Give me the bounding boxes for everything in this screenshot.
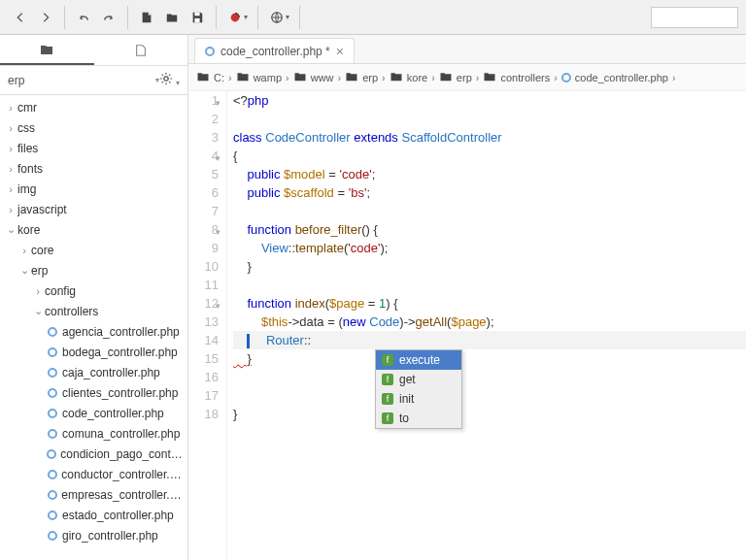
code-line[interactable]	[233, 368, 746, 386]
file-item[interactable]: agencia_controller.php	[0, 321, 187, 342]
project-selector[interactable]: erp ▾	[8, 74, 159, 87]
code-content[interactable]: <?phpclass CodeController extends Scaffo…	[227, 91, 746, 560]
code-line[interactable]: function index($page = 1) {	[233, 294, 746, 313]
autocomplete-item[interactable]: fto	[376, 409, 461, 428]
code-line[interactable]: {	[233, 147, 746, 165]
line-number: 11	[188, 276, 219, 294]
chevron-right-icon: ›	[286, 72, 289, 83]
file-item[interactable]: empresas_controller.php	[0, 484, 187, 505]
sidebar-tab-files[interactable]	[0, 35, 94, 65]
file-item[interactable]: giro_controller.php	[0, 525, 187, 545]
gear-icon[interactable]: ▾	[159, 72, 180, 88]
open-button[interactable]	[159, 5, 185, 30]
redo-button[interactable]	[96, 5, 121, 30]
file-label: conductor_controller.php	[61, 468, 184, 481]
breadcrumb-segment[interactable]: wamp	[236, 71, 282, 83]
folder-files[interactable]: ›files	[0, 138, 187, 158]
code-area[interactable]: 1▾234▾5678▾9101112▾131415161718 <?phpcla…	[188, 91, 746, 560]
breadcrumb-segment[interactable]: kore	[390, 71, 427, 83]
php-icon	[45, 531, 60, 541]
code-line[interactable]: function before_filter() {	[233, 220, 746, 239]
folder-label: files	[17, 142, 38, 155]
file-label: condicion_pago_controll…	[60, 447, 184, 461]
folder-css[interactable]: ›css	[0, 117, 187, 138]
breadcrumb-segment[interactable]: controllers	[483, 71, 550, 83]
folder-label: kore	[17, 223, 40, 237]
breadcrumb-segment[interactable]: erp	[439, 71, 472, 83]
folder-erp[interactable]: ⌄erp	[0, 260, 187, 280]
file-item[interactable]: estado_controller.php	[0, 505, 187, 525]
code-line[interactable]: }	[233, 257, 746, 276]
code-line[interactable]: public $scaffold = 'bs';	[233, 183, 746, 202]
folder-javascript[interactable]: ›javascript	[0, 199, 187, 219]
forward-button[interactable]	[33, 5, 58, 30]
file-item[interactable]: caja_controller.php	[0, 362, 187, 382]
chevron-right-icon: ›	[228, 72, 232, 83]
breadcrumb-segment[interactable]: code_controller.php	[561, 72, 668, 83]
file-item[interactable]: clientes_controller.php	[0, 382, 187, 403]
folder-label: img	[17, 182, 36, 196]
breadcrumb-segment[interactable]: C:	[196, 71, 224, 83]
chevron-down-icon: ⌄	[17, 264, 31, 277]
file-item[interactable]: code_controller.php	[0, 403, 187, 423]
folder-kore[interactable]: ⌄kore	[0, 219, 187, 240]
autocomplete-item[interactable]: fget	[376, 370, 461, 389]
line-number: 5	[188, 165, 219, 183]
code-line[interactable]	[233, 110, 746, 128]
autocomplete-item[interactable]: finit	[376, 389, 461, 409]
code-line[interactable]: }	[233, 405, 746, 423]
file-item[interactable]: bodega_controller.php	[0, 342, 187, 362]
code-line[interactable]: View::template('code');	[233, 239, 746, 257]
folder-label: cmr	[17, 101, 37, 115]
sidebar-tab-docs[interactable]	[94, 35, 188, 65]
record-dropdown-icon[interactable]: ▾	[244, 13, 248, 21]
file-item[interactable]: comuna_controller.php	[0, 423, 187, 444]
search-input[interactable]	[651, 7, 738, 28]
line-number: 6	[188, 183, 219, 202]
file-label: giro_controller.php	[62, 529, 158, 543]
close-icon[interactable]: ×	[336, 44, 344, 59]
folder-core[interactable]: ›core	[0, 240, 187, 260]
folder-config[interactable]: ›config	[0, 280, 187, 301]
save-button[interactable]	[185, 5, 210, 30]
tab-code-controller[interactable]: code_controller.php * ×	[194, 38, 355, 63]
file-item[interactable]: conductor_controller.php	[0, 464, 187, 484]
breadcrumb-segment[interactable]: www	[293, 71, 334, 83]
chevron-right-icon: ›	[4, 143, 17, 154]
folder-label: css	[17, 121, 35, 135]
code-line[interactable]: $this->data = (new Code)->getAll($page);	[233, 313, 746, 331]
chevron-right-icon: ›	[672, 72, 676, 83]
code-line[interactable]: }	[233, 349, 746, 368]
file-item[interactable]: condicion_pago_controll…	[0, 444, 187, 464]
folder-label: erp	[31, 264, 48, 278]
line-number: 1▾	[188, 91, 219, 110]
function-icon: f	[382, 412, 393, 424]
globe-dropdown-icon[interactable]: ▾	[286, 13, 289, 21]
autocomplete-item[interactable]: fexecute	[376, 350, 461, 370]
breadcrumb-segment[interactable]: erp	[345, 71, 378, 83]
php-icon	[45, 470, 59, 479]
folder-controllers[interactable]: ⌄controllers	[0, 301, 187, 321]
line-number: 12▾	[188, 294, 219, 313]
code-line[interactable]: Router::	[233, 331, 746, 349]
back-button[interactable]	[8, 5, 33, 30]
code-line[interactable]	[233, 386, 746, 405]
code-line[interactable]: public $model = 'code';	[233, 165, 746, 183]
code-line[interactable]	[233, 276, 746, 294]
folder-label: config	[45, 284, 76, 298]
svg-point-4	[163, 77, 167, 81]
chevron-right-icon: ›	[31, 285, 45, 297]
code-line[interactable]	[233, 202, 746, 220]
line-number: 2	[188, 110, 219, 128]
folder-fonts[interactable]: ›fonts	[0, 158, 187, 179]
autocomplete-label: execute	[399, 351, 440, 370]
svg-rect-1	[194, 17, 199, 21]
folder-img[interactable]: ›img	[0, 179, 187, 199]
code-line[interactable]: class CodeController extends ScaffoldCon…	[233, 128, 746, 147]
php-icon	[45, 327, 60, 337]
new-file-button[interactable]	[134, 5, 159, 30]
folder-cmr[interactable]: ›cmr	[0, 97, 187, 117]
undo-button[interactable]	[71, 5, 96, 30]
chevron-right-icon: ›	[4, 122, 17, 134]
code-line[interactable]: <?php	[233, 91, 746, 110]
